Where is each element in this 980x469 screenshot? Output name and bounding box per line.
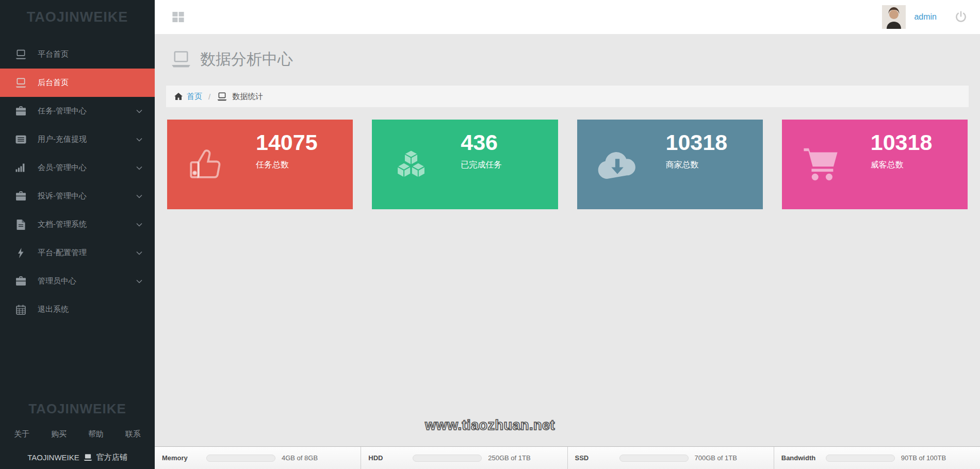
bolt-icon (14, 248, 27, 258)
status-label: HDD (368, 454, 413, 462)
store-suffix: 官方店铺 (96, 453, 127, 462)
cart-icon (802, 147, 840, 182)
sidebar-item-label: 任务-管理中心 (38, 106, 87, 116)
chevron-down-icon (136, 251, 142, 255)
sidebar-item-admin-center[interactable]: 管理员中心 (0, 267, 155, 295)
stat-cards: 14075 任务总数 436 已完成任务 10318 商家 (167, 120, 968, 209)
status-value: 4GB of 8GB (282, 454, 318, 462)
chevron-down-icon (136, 194, 142, 198)
stat-label: 商家总数 (666, 160, 699, 171)
chevron-down-icon (136, 223, 142, 227)
sidebar: TAOJINWEIKE 平台首页 后台首页 任务-管理中心 (0, 0, 155, 469)
list-icon (14, 135, 27, 144)
breadcrumb-current: 数据统计 (232, 92, 263, 102)
cubes-icon (391, 146, 431, 183)
stat-label: 已完成任务 (461, 160, 502, 171)
thumbs-up-icon (187, 146, 224, 183)
status-bar: Memory 4GB of 8GB HDD 250GB of 1TB SSD 7… (155, 446, 980, 469)
sidebar-item-label: 文档-管理系统 (38, 220, 87, 229)
chevron-down-icon (136, 138, 142, 142)
topbar: admin (155, 0, 980, 34)
sidebar-item-member-management[interactable]: 会员-管理中心 (0, 154, 155, 182)
laptop-icon (217, 92, 227, 101)
status-label: Memory (162, 454, 206, 462)
official-store-line: TAOJINWEIKE 官方店铺 (0, 453, 155, 462)
sidebar-item-label: 平台-配置管理 (38, 248, 87, 258)
sidebar-item-label: 退出系统 (38, 305, 69, 314)
sidebar-item-label: 投诉-管理中心 (38, 191, 87, 201)
sidebar-footer-logo: TAOJINWEIKE (0, 401, 155, 417)
briefcase-icon (14, 191, 27, 201)
status-memory: Memory 4GB of 8GB (155, 447, 361, 469)
breadcrumb: 首页 / 数据统计 (166, 86, 969, 107)
stat-value: 10318 (871, 130, 933, 155)
sidebar-item-label: 管理员中心 (38, 276, 76, 286)
grid-icon[interactable] (172, 12, 184, 22)
progress-bar (619, 455, 689, 462)
main-area: admin 数据分析中心 首页 / 数据统计 (155, 0, 980, 469)
status-label: SSD (575, 454, 619, 462)
sidebar-item-admin-home[interactable]: 后台首页 (0, 69, 155, 97)
sidebar-logo: TAOJINWEIKE (0, 0, 155, 34)
sidebar-item-label: 后台首页 (38, 78, 69, 88)
stat-card-freelancers-total: 10318 威客总数 (782, 120, 968, 209)
footer-link-help[interactable]: 帮助 (88, 429, 104, 439)
store-brand: TAOJINWEIKE (27, 453, 79, 462)
sidebar-item-task-management[interactable]: 任务-管理中心 (0, 97, 155, 125)
chevron-down-icon (136, 109, 142, 113)
stat-value: 436 (461, 130, 498, 155)
footer-link-purchase[interactable]: 购买 (51, 429, 67, 439)
status-ssd: SSD 700GB of 1TB (567, 447, 774, 469)
progress-bar (206, 455, 275, 462)
sidebar-item-user-recharge[interactable]: 用户-充值提现 (0, 125, 155, 154)
sidebar-item-label: 会员-管理中心 (38, 163, 87, 173)
sidebar-footer: TAOJINWEIKE 关于 购买 帮助 联系 TAOJINWEIKE 官方店铺 (0, 401, 155, 469)
stat-value: 14075 (256, 130, 318, 155)
stat-label: 任务总数 (256, 160, 289, 171)
topbar-user-area: admin (882, 5, 968, 29)
user-avatar[interactable] (882, 5, 906, 29)
page-header: 数据分析中心 (170, 49, 980, 69)
footer-link-contact[interactable]: 联系 (125, 429, 141, 439)
progress-bar (413, 455, 482, 462)
footer-link-about[interactable]: 关于 (14, 429, 29, 439)
sidebar-item-document-management[interactable]: 文档-管理系统 (0, 210, 155, 239)
breadcrumb-separator: / (208, 92, 210, 101)
username-link[interactable]: admin (914, 12, 937, 22)
chevron-down-icon (136, 166, 142, 170)
home-icon (174, 93, 183, 100)
breadcrumb-home-link[interactable]: 首页 (187, 92, 202, 102)
chevron-down-icon (136, 279, 142, 283)
sidebar-item-complaint-management[interactable]: 投诉-管理中心 (0, 182, 155, 210)
status-hdd: HDD 250GB of 1TB (361, 447, 567, 469)
stat-label: 威客总数 (871, 160, 904, 171)
page-title: 数据分析中心 (200, 49, 293, 70)
cloud-download-icon (597, 148, 638, 180)
status-value: 700GB of 1TB (695, 454, 737, 462)
stat-card-tasks-total: 14075 任务总数 (167, 120, 353, 209)
status-bandwidth: Bandwidth 90TB of 100TB (774, 447, 980, 469)
sidebar-item-platform-config[interactable]: 平台-配置管理 (0, 239, 155, 267)
document-icon (14, 220, 27, 230)
laptop-icon (83, 454, 93, 461)
sidebar-item-label: 平台首页 (38, 49, 69, 59)
sidebar-menu: 平台首页 后台首页 任务-管理中心 用户-充值提现 (0, 40, 155, 324)
status-value: 90TB of 100TB (901, 454, 946, 462)
status-label: Bandwidth (781, 454, 826, 462)
stat-card-merchants-total: 10318 商家总数 (577, 120, 763, 209)
calendar-icon (14, 305, 27, 315)
power-icon[interactable] (954, 10, 968, 24)
watermark: www.tiaozhuan.net (425, 417, 555, 433)
progress-bar (826, 455, 895, 462)
stat-card-completed-tasks: 436 已完成任务 (372, 120, 558, 209)
status-value: 250GB of 1TB (488, 454, 530, 462)
sidebar-item-logout[interactable]: 退出系统 (0, 295, 155, 324)
bar-chart-icon (14, 163, 27, 172)
laptop-icon (14, 49, 27, 59)
briefcase-icon (14, 276, 27, 286)
laptop-icon (14, 78, 27, 88)
sidebar-footer-links: 关于 购买 帮助 联系 (0, 429, 155, 439)
briefcase-icon (14, 106, 27, 116)
stat-value: 10318 (666, 130, 728, 155)
sidebar-item-platform-home[interactable]: 平台首页 (0, 40, 155, 69)
